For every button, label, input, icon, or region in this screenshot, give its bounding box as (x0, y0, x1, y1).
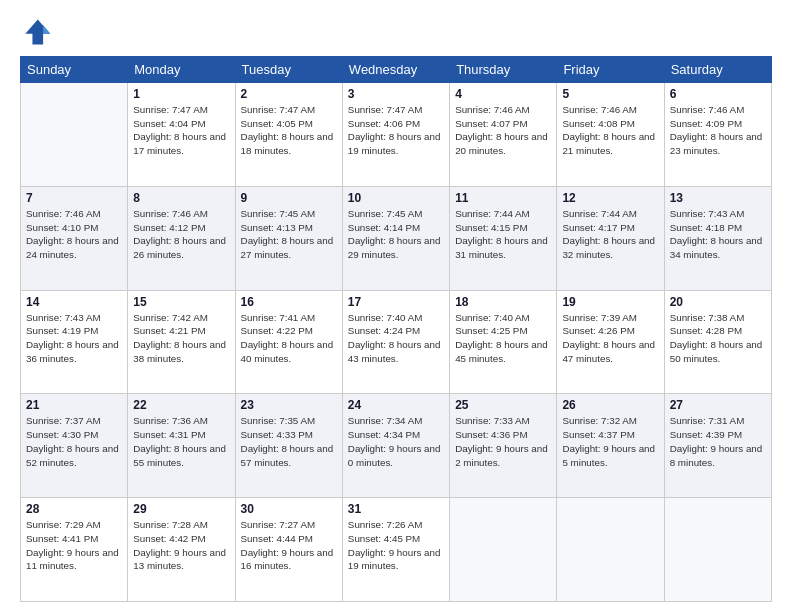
day-cell: 22Sunrise: 7:36 AMSunset: 4:31 PMDayligh… (128, 394, 235, 498)
day-number: 25 (455, 398, 551, 412)
day-number: 17 (348, 295, 444, 309)
day-info: Sunrise: 7:34 AMSunset: 4:34 PMDaylight:… (348, 414, 444, 469)
logo (20, 16, 56, 48)
day-info: Sunrise: 7:41 AMSunset: 4:22 PMDaylight:… (241, 311, 337, 366)
day-info: Sunrise: 7:45 AMSunset: 4:14 PMDaylight:… (348, 207, 444, 262)
day-info: Sunrise: 7:45 AMSunset: 4:13 PMDaylight:… (241, 207, 337, 262)
day-info: Sunrise: 7:46 AMSunset: 4:12 PMDaylight:… (133, 207, 229, 262)
week-row-3: 14Sunrise: 7:43 AMSunset: 4:19 PMDayligh… (21, 290, 772, 394)
day-cell: 25Sunrise: 7:33 AMSunset: 4:36 PMDayligh… (450, 394, 557, 498)
day-cell: 5Sunrise: 7:46 AMSunset: 4:08 PMDaylight… (557, 83, 664, 187)
day-number: 27 (670, 398, 766, 412)
day-number: 23 (241, 398, 337, 412)
week-row-1: 1Sunrise: 7:47 AMSunset: 4:04 PMDaylight… (21, 83, 772, 187)
day-number: 26 (562, 398, 658, 412)
day-info: Sunrise: 7:37 AMSunset: 4:30 PMDaylight:… (26, 414, 122, 469)
day-cell: 28Sunrise: 7:29 AMSunset: 4:41 PMDayligh… (21, 498, 128, 602)
day-info: Sunrise: 7:44 AMSunset: 4:17 PMDaylight:… (562, 207, 658, 262)
day-cell: 1Sunrise: 7:47 AMSunset: 4:04 PMDaylight… (128, 83, 235, 187)
day-number: 24 (348, 398, 444, 412)
day-number: 30 (241, 502, 337, 516)
col-header-saturday: Saturday (664, 57, 771, 83)
day-info: Sunrise: 7:42 AMSunset: 4:21 PMDaylight:… (133, 311, 229, 366)
day-info: Sunrise: 7:43 AMSunset: 4:18 PMDaylight:… (670, 207, 766, 262)
day-info: Sunrise: 7:47 AMSunset: 4:05 PMDaylight:… (241, 103, 337, 158)
day-number: 16 (241, 295, 337, 309)
day-number: 18 (455, 295, 551, 309)
day-cell: 6Sunrise: 7:46 AMSunset: 4:09 PMDaylight… (664, 83, 771, 187)
header (20, 16, 772, 48)
day-number: 10 (348, 191, 444, 205)
day-cell: 9Sunrise: 7:45 AMSunset: 4:13 PMDaylight… (235, 186, 342, 290)
col-header-tuesday: Tuesday (235, 57, 342, 83)
day-cell: 17Sunrise: 7:40 AMSunset: 4:24 PMDayligh… (342, 290, 449, 394)
day-info: Sunrise: 7:47 AMSunset: 4:06 PMDaylight:… (348, 103, 444, 158)
day-info: Sunrise: 7:33 AMSunset: 4:36 PMDaylight:… (455, 414, 551, 469)
day-number: 13 (670, 191, 766, 205)
day-cell (557, 498, 664, 602)
day-info: Sunrise: 7:46 AMSunset: 4:09 PMDaylight:… (670, 103, 766, 158)
day-info: Sunrise: 7:46 AMSunset: 4:10 PMDaylight:… (26, 207, 122, 262)
day-info: Sunrise: 7:32 AMSunset: 4:37 PMDaylight:… (562, 414, 658, 469)
day-cell: 10Sunrise: 7:45 AMSunset: 4:14 PMDayligh… (342, 186, 449, 290)
day-cell: 14Sunrise: 7:43 AMSunset: 4:19 PMDayligh… (21, 290, 128, 394)
day-cell: 15Sunrise: 7:42 AMSunset: 4:21 PMDayligh… (128, 290, 235, 394)
day-info: Sunrise: 7:43 AMSunset: 4:19 PMDaylight:… (26, 311, 122, 366)
day-number: 1 (133, 87, 229, 101)
day-info: Sunrise: 7:46 AMSunset: 4:08 PMDaylight:… (562, 103, 658, 158)
day-cell: 2Sunrise: 7:47 AMSunset: 4:05 PMDaylight… (235, 83, 342, 187)
day-info: Sunrise: 7:38 AMSunset: 4:28 PMDaylight:… (670, 311, 766, 366)
day-cell: 13Sunrise: 7:43 AMSunset: 4:18 PMDayligh… (664, 186, 771, 290)
day-number: 31 (348, 502, 444, 516)
day-number: 3 (348, 87, 444, 101)
day-cell: 31Sunrise: 7:26 AMSunset: 4:45 PMDayligh… (342, 498, 449, 602)
day-cell: 7Sunrise: 7:46 AMSunset: 4:10 PMDaylight… (21, 186, 128, 290)
day-cell: 18Sunrise: 7:40 AMSunset: 4:25 PMDayligh… (450, 290, 557, 394)
day-cell: 30Sunrise: 7:27 AMSunset: 4:44 PMDayligh… (235, 498, 342, 602)
day-info: Sunrise: 7:40 AMSunset: 4:25 PMDaylight:… (455, 311, 551, 366)
day-info: Sunrise: 7:27 AMSunset: 4:44 PMDaylight:… (241, 518, 337, 573)
day-cell (21, 83, 128, 187)
day-cell: 29Sunrise: 7:28 AMSunset: 4:42 PMDayligh… (128, 498, 235, 602)
day-number: 14 (26, 295, 122, 309)
day-cell: 27Sunrise: 7:31 AMSunset: 4:39 PMDayligh… (664, 394, 771, 498)
day-cell: 16Sunrise: 7:41 AMSunset: 4:22 PMDayligh… (235, 290, 342, 394)
week-row-4: 21Sunrise: 7:37 AMSunset: 4:30 PMDayligh… (21, 394, 772, 498)
day-info: Sunrise: 7:39 AMSunset: 4:26 PMDaylight:… (562, 311, 658, 366)
day-number: 2 (241, 87, 337, 101)
day-cell: 3Sunrise: 7:47 AMSunset: 4:06 PMDaylight… (342, 83, 449, 187)
day-info: Sunrise: 7:44 AMSunset: 4:15 PMDaylight:… (455, 207, 551, 262)
day-info: Sunrise: 7:28 AMSunset: 4:42 PMDaylight:… (133, 518, 229, 573)
col-header-sunday: Sunday (21, 57, 128, 83)
logo-icon (20, 16, 52, 48)
day-number: 12 (562, 191, 658, 205)
day-cell: 19Sunrise: 7:39 AMSunset: 4:26 PMDayligh… (557, 290, 664, 394)
day-cell: 11Sunrise: 7:44 AMSunset: 4:15 PMDayligh… (450, 186, 557, 290)
day-number: 9 (241, 191, 337, 205)
day-number: 15 (133, 295, 229, 309)
day-number: 29 (133, 502, 229, 516)
day-number: 8 (133, 191, 229, 205)
day-info: Sunrise: 7:29 AMSunset: 4:41 PMDaylight:… (26, 518, 122, 573)
day-info: Sunrise: 7:46 AMSunset: 4:07 PMDaylight:… (455, 103, 551, 158)
day-cell: 26Sunrise: 7:32 AMSunset: 4:37 PMDayligh… (557, 394, 664, 498)
day-cell: 24Sunrise: 7:34 AMSunset: 4:34 PMDayligh… (342, 394, 449, 498)
page: SundayMondayTuesdayWednesdayThursdayFrid… (0, 0, 792, 612)
day-info: Sunrise: 7:40 AMSunset: 4:24 PMDaylight:… (348, 311, 444, 366)
day-info: Sunrise: 7:26 AMSunset: 4:45 PMDaylight:… (348, 518, 444, 573)
day-cell: 23Sunrise: 7:35 AMSunset: 4:33 PMDayligh… (235, 394, 342, 498)
svg-marker-1 (43, 25, 50, 34)
day-cell: 4Sunrise: 7:46 AMSunset: 4:07 PMDaylight… (450, 83, 557, 187)
day-info: Sunrise: 7:47 AMSunset: 4:04 PMDaylight:… (133, 103, 229, 158)
day-cell: 21Sunrise: 7:37 AMSunset: 4:30 PMDayligh… (21, 394, 128, 498)
calendar-table: SundayMondayTuesdayWednesdayThursdayFrid… (20, 56, 772, 602)
col-header-friday: Friday (557, 57, 664, 83)
day-info: Sunrise: 7:31 AMSunset: 4:39 PMDaylight:… (670, 414, 766, 469)
day-cell: 20Sunrise: 7:38 AMSunset: 4:28 PMDayligh… (664, 290, 771, 394)
col-header-wednesday: Wednesday (342, 57, 449, 83)
day-number: 4 (455, 87, 551, 101)
col-header-thursday: Thursday (450, 57, 557, 83)
day-number: 20 (670, 295, 766, 309)
day-number: 5 (562, 87, 658, 101)
week-row-5: 28Sunrise: 7:29 AMSunset: 4:41 PMDayligh… (21, 498, 772, 602)
